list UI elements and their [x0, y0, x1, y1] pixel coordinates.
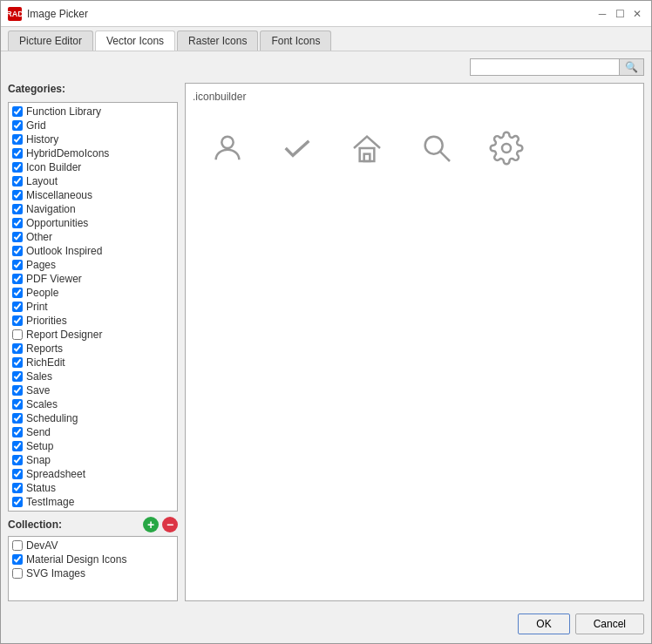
bottom-buttons: OK Cancel — [8, 608, 644, 636]
window-controls: ─ ☐ ✕ — [595, 7, 644, 21]
list-item[interactable]: People — [9, 286, 177, 300]
gear-icon-item[interactable] — [480, 122, 533, 174]
search-input[interactable] — [471, 59, 619, 75]
person-icon[interactable] — [201, 122, 254, 174]
list-item[interactable]: Report Designer — [9, 328, 177, 342]
content-area: 🔍 Categories: Function LibraryGridHistor… — [1, 51, 651, 643]
home-icon[interactable] — [341, 122, 393, 174]
icon-builder-label: .iconbuilder — [193, 91, 636, 103]
cancel-button[interactable]: Cancel — [575, 613, 644, 634]
svg-line-4 — [440, 152, 450, 161]
list-item[interactable]: SVG Images — [9, 566, 177, 580]
app-logo: RAD — [8, 7, 22, 21]
left-panel: Categories: Function LibraryGridHistoryH… — [8, 83, 178, 601]
list-item[interactable]: Other — [9, 230, 177, 244]
list-item[interactable]: PDF Viewer — [9, 272, 177, 286]
list-item[interactable]: Navigation — [9, 202, 177, 216]
collection-section: Collection: + − DevAVMaterial Design Ico… — [8, 517, 178, 601]
collection-label: Collection: — [8, 519, 139, 531]
list-item[interactable]: Miscellaneous — [9, 188, 177, 202]
categories-label: Categories: — [8, 83, 178, 95]
list-item[interactable]: Spreadsheet — [9, 467, 177, 481]
main-window: RAD Image Picker ─ ☐ ✕ Picture Editor Ve… — [0, 0, 652, 644]
tab-vector-icons[interactable]: Vector Icons — [95, 31, 175, 51]
search-icon-item[interactable] — [411, 122, 463, 174]
list-item[interactable]: Scheduling — [9, 411, 177, 425]
ok-button[interactable]: OK — [518, 613, 569, 634]
list-item[interactable]: Save — [9, 383, 177, 397]
list-item[interactable]: Status — [9, 481, 177, 495]
list-item[interactable]: Outlook Inspired — [9, 244, 177, 258]
search-bar: 🔍 — [8, 58, 644, 76]
list-item[interactable]: Scales — [9, 397, 177, 411]
svg-point-5 — [502, 144, 511, 153]
list-item[interactable]: HybridDemoIcons — [9, 146, 177, 160]
close-button[interactable]: ✕ — [630, 7, 644, 21]
collection-header: Collection: + − — [8, 517, 178, 532]
list-item[interactable]: Function Library — [9, 105, 177, 119]
list-item[interactable]: Send — [9, 425, 177, 439]
collection-list[interactable]: DevAVMaterial Design IconsSVG Images — [8, 536, 178, 601]
list-item[interactable]: Print — [9, 300, 177, 314]
icons-grid — [193, 113, 636, 183]
list-item[interactable]: Priorities — [9, 314, 177, 328]
svg-rect-2 — [364, 154, 370, 161]
right-panel: .iconbuilder — [185, 83, 644, 601]
title-bar: RAD Image Picker ─ ☐ ✕ — [1, 1, 651, 27]
list-item[interactable]: Pages — [9, 258, 177, 272]
search-wrapper: 🔍 — [470, 58, 644, 76]
list-item[interactable]: DevAV — [9, 539, 177, 552]
collection-add-button[interactable]: + — [143, 517, 159, 532]
list-item[interactable]: Reports — [9, 342, 177, 356]
collection-remove-button[interactable]: − — [162, 517, 178, 532]
list-item[interactable]: Material Design Icons — [9, 552, 177, 566]
list-item[interactable]: Snap — [9, 453, 177, 467]
tabs-bar: Picture Editor Vector Icons Raster Icons… — [1, 27, 651, 51]
maximize-button[interactable]: ☐ — [613, 7, 627, 21]
search-button[interactable]: 🔍 — [619, 59, 643, 75]
list-item[interactable]: Opportunities — [9, 216, 177, 230]
categories-list[interactable]: Function LibraryGridHistoryHybridDemoIco… — [8, 102, 178, 512]
tab-font-icons[interactable]: Font Icons — [260, 31, 331, 51]
list-item[interactable]: Toolbox Items — [9, 509, 177, 512]
svg-point-0 — [221, 137, 233, 148]
list-item[interactable]: Setup — [9, 439, 177, 453]
tab-picture-editor[interactable]: Picture Editor — [8, 31, 93, 51]
list-item[interactable]: RichEdit — [9, 356, 177, 369]
title-bar-left: RAD Image Picker — [8, 7, 88, 21]
list-item[interactable]: Sales — [9, 369, 177, 383]
list-item[interactable]: Layout — [9, 174, 177, 188]
list-item[interactable]: Icon Builder — [9, 160, 177, 174]
tab-raster-icons[interactable]: Raster Icons — [177, 31, 258, 51]
svg-point-3 — [425, 137, 443, 154]
list-item[interactable]: TestImage — [9, 495, 177, 509]
list-item[interactable]: History — [9, 132, 177, 146]
main-area: Categories: Function LibraryGridHistoryH… — [8, 83, 644, 601]
list-item[interactable]: Grid — [9, 119, 177, 132]
window-title: Image Picker — [27, 8, 88, 20]
minimize-button[interactable]: ─ — [595, 7, 609, 21]
check-icon[interactable] — [271, 122, 323, 174]
